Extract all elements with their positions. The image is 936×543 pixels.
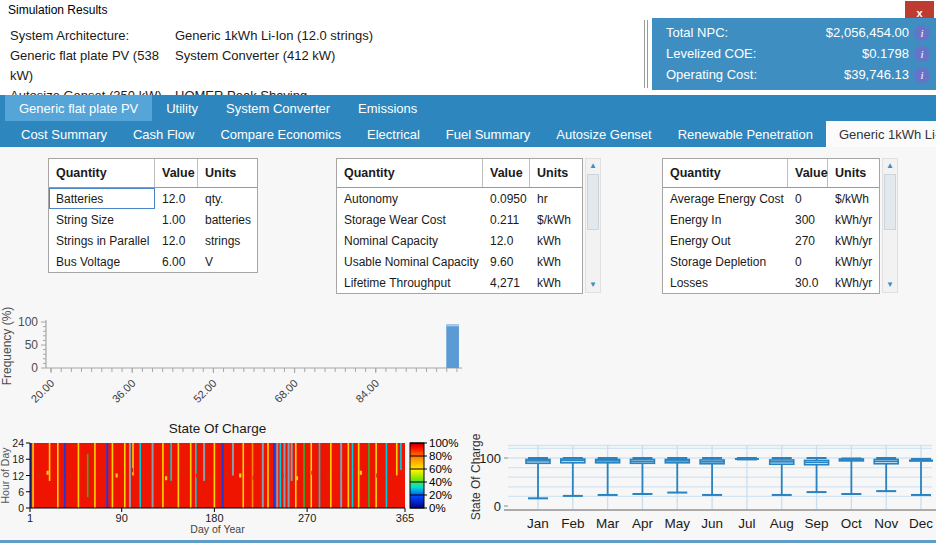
cell[interactable]: V <box>198 251 257 272</box>
svg-text:Aug: Aug <box>770 516 794 531</box>
cell[interactable]: $/kWh <box>828 188 879 209</box>
cell[interactable]: Storage Depletion <box>663 251 788 272</box>
scroll-down-icon[interactable]: ▼ <box>586 278 600 292</box>
cell[interactable]: kWh/yr <box>828 272 879 293</box>
svg-text:20%: 20% <box>429 489 452 501</box>
cell[interactable]: kWh <box>530 251 582 272</box>
scroll-down-icon[interactable]: ▼ <box>883 278 897 292</box>
cell[interactable]: kWh <box>530 272 582 293</box>
table-row[interactable]: Storage Wear Cost 0.211 $/kWh <box>337 209 582 230</box>
cell[interactable]: 0.211 <box>483 209 530 230</box>
cell[interactable]: strings <box>198 230 257 251</box>
total-npc-row: Total NPC: $2,056,454.00 i <box>666 22 930 43</box>
cell[interactable]: Strings in Parallel <box>49 230 155 251</box>
svg-text:State Of Charge: State Of Charge <box>169 421 267 436</box>
tab-generic-flat-plate-pv[interactable]: Generic flat plate PV <box>5 95 152 121</box>
cell[interactable]: qty. <box>198 188 257 209</box>
table-row[interactable]: Nominal Capacity 12.0 kWh <box>337 230 582 251</box>
cell[interactable]: Usable Nominal Capacity <box>337 251 483 272</box>
col-quantity: Quantity <box>663 159 788 187</box>
cell[interactable]: 9.60 <box>483 251 530 272</box>
cell[interactable]: kWh/yr <box>828 251 879 272</box>
cell[interactable]: String Size <box>49 209 155 230</box>
col-value: Value <box>483 159 530 187</box>
cell[interactable]: Lifetime Throughput <box>337 272 483 293</box>
svg-text:20.00: 20.00 <box>29 377 57 405</box>
svg-text:365: 365 <box>396 512 414 524</box>
tab-utility[interactable]: Utility <box>152 95 212 121</box>
cell[interactable]: 0 <box>788 188 828 209</box>
table-row[interactable]: Lifetime Throughput 4,271 kWh <box>337 272 582 293</box>
svg-text:50: 50 <box>25 338 39 352</box>
tab-fuel-summary[interactable]: Fuel Summary <box>433 121 544 147</box>
cell[interactable]: 12.0 <box>483 230 530 251</box>
cell[interactable]: kWh/yr <box>828 209 879 230</box>
cell[interactable]: batteries <box>198 209 257 230</box>
cell[interactable]: 12.0 <box>155 188 198 209</box>
table-row[interactable]: Bus Voltage 6.00 V <box>49 251 257 272</box>
svg-text:100%: 100% <box>429 437 458 449</box>
cell[interactable]: $/kWh <box>530 209 582 230</box>
cell[interactable]: Average Energy Cost <box>663 188 788 209</box>
tab-generic-1kwh-li-ion[interactable]: Generic 1kWh Li-Ion <box>826 121 936 147</box>
table-header: Quantity Value Units <box>663 159 879 188</box>
table-row[interactable]: Batteries 12.0 qty. <box>49 188 257 209</box>
tab-cash-flow[interactable]: Cash Flow <box>120 121 207 147</box>
tab-cost-summary[interactable]: Cost Summary <box>8 121 120 147</box>
svg-text:52.00: 52.00 <box>191 377 219 405</box>
tab-electrical[interactable]: Electrical <box>354 121 433 147</box>
scroll-thumb[interactable] <box>587 174 599 230</box>
cell[interactable]: 12.0 <box>155 230 198 251</box>
cell[interactable]: 1.00 <box>155 209 198 230</box>
cell[interactable]: 4,271 <box>483 272 530 293</box>
arch-label: System Architecture: <box>10 26 175 46</box>
info-icon[interactable]: i <box>914 46 930 62</box>
table-row[interactable]: Usable Nominal Capacity 9.60 kWh <box>337 251 582 272</box>
cell[interactable]: Energy In <box>663 209 788 230</box>
scroll-thumb[interactable] <box>884 174 896 230</box>
cell[interactable]: Energy Out <box>663 230 788 251</box>
cell[interactable]: Storage Wear Cost <box>337 209 483 230</box>
tab-renewable-penetration[interactable]: Renewable Penetration <box>665 121 826 147</box>
tab-emissions[interactable]: Emissions <box>344 95 431 121</box>
cell[interactable]: Autonomy <box>337 188 483 209</box>
cell[interactable]: kWh <box>530 230 582 251</box>
table-row[interactable]: Losses 30.0 kWh/yr <box>663 272 879 293</box>
scroll-up-icon[interactable]: ▲ <box>586 159 600 173</box>
cell[interactable]: 30.0 <box>788 272 828 293</box>
table-row[interactable]: Storage Depletion 0 kWh/yr <box>663 251 879 272</box>
cell-batteries[interactable]: Batteries <box>49 188 155 209</box>
tab-autosize-genset[interactable]: Autosize Genset <box>543 121 664 147</box>
tab-compare-economics[interactable]: Compare Economics <box>207 121 354 147</box>
cell[interactable]: 6.00 <box>155 251 198 272</box>
info-icon[interactable]: i <box>914 25 930 41</box>
cell[interactable]: 300 <box>788 209 828 230</box>
cell[interactable]: Nominal Capacity <box>337 230 483 251</box>
total-npc-label: Total NPC: <box>666 25 728 40</box>
cell[interactable]: 270 <box>788 230 828 251</box>
table-row[interactable]: Average Energy Cost 0 $/kWh <box>663 188 879 209</box>
cost-summary-box: Total NPC: $2,056,454.00 i Levelized COE… <box>652 18 936 90</box>
cell[interactable]: 0 <box>788 251 828 272</box>
table-row[interactable]: Strings in Parallel 12.0 strings <box>49 230 257 251</box>
table-row[interactable]: Autonomy 0.0950 hr <box>337 188 582 209</box>
table2-scrollbar[interactable]: ▲ ▼ <box>585 158 601 293</box>
cell[interactable]: Bus Voltage <box>49 251 155 272</box>
battery-config-table: Quantity Value Units Batteries 12.0 qty.… <box>48 158 258 273</box>
table3-scrollbar[interactable]: ▲ ▼ <box>882 158 898 293</box>
svg-text:100: 100 <box>18 315 38 329</box>
table-row[interactable]: Energy Out 270 kWh/yr <box>663 230 879 251</box>
cell[interactable]: 0.0950 <box>483 188 530 209</box>
table-row[interactable]: String Size 1.00 batteries <box>49 209 257 230</box>
table-row[interactable]: Energy In 300 kWh/yr <box>663 209 879 230</box>
svg-text:1: 1 <box>27 512 33 524</box>
scroll-up-icon[interactable]: ▲ <box>883 159 897 173</box>
cell[interactable]: hr <box>530 188 582 209</box>
energy-stats-table: Quantity Value Units Average Energy Cost… <box>662 158 880 294</box>
window-title: Simulation Results <box>8 3 107 17</box>
cell[interactable]: Losses <box>663 272 788 293</box>
cell[interactable]: kWh/yr <box>828 230 879 251</box>
tab-system-converter[interactable]: System Converter <box>212 95 344 121</box>
info-icon[interactable]: i <box>914 67 930 83</box>
col-value: Value <box>155 159 198 187</box>
